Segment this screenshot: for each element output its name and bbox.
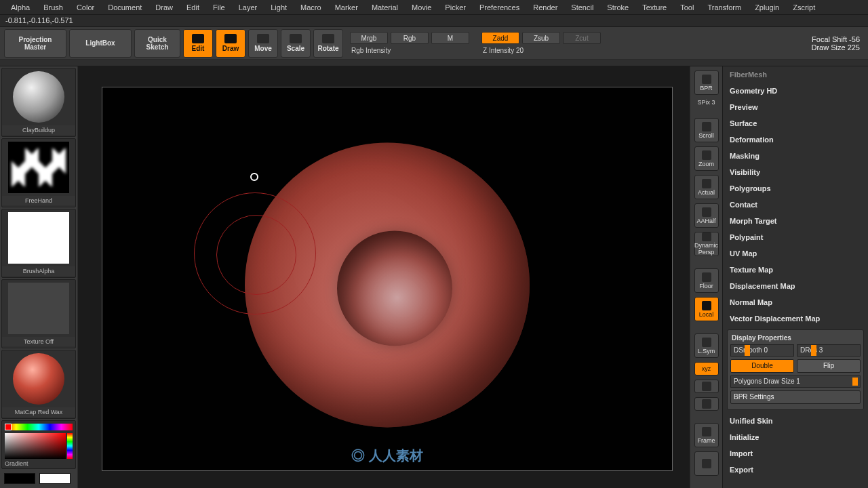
section-import[interactable]: Import: [723, 445, 868, 462]
draw-size-label[interactable]: Draw Size 225: [811, 43, 860, 52]
mode-rgb[interactable]: Rgb: [391, 32, 429, 44]
menu-tool[interactable]: Tool: [673, 3, 701, 12]
material-label: MatCap Red Wax: [2, 407, 75, 417]
menu-edit[interactable]: Edit: [180, 3, 206, 12]
mode-zcut[interactable]: Zcut: [563, 32, 601, 44]
fold-button[interactable]: [694, 397, 719, 411]
material-thumb[interactable]: MatCap Red Wax: [1, 350, 76, 419]
menu-color[interactable]: Color: [70, 3, 101, 12]
section-contact[interactable]: Contact: [723, 197, 868, 213]
section-polygroups[interactable]: Polygroups: [723, 180, 868, 197]
scale-button[interactable]: Scale: [281, 29, 311, 58]
menu-marker[interactable]: Marker: [328, 3, 365, 12]
projection-master-button[interactable]: Projection Master: [4, 29, 66, 58]
double-button[interactable]: Double: [730, 359, 794, 373]
section-surface[interactable]: Surface: [723, 115, 868, 131]
persp-button[interactable]: DynamicPersp: [694, 232, 719, 256]
actual-button[interactable]: Actual: [694, 175, 719, 199]
move-button[interactable]: Move: [248, 29, 278, 58]
frame-button[interactable]: Frame: [694, 423, 719, 447]
menu-layer[interactable]: Layer: [232, 3, 264, 12]
xyz-button[interactable]: xyz: [694, 362, 719, 375]
section-uv-map[interactable]: UV Map: [723, 245, 868, 262]
viewport[interactable]: ◎ 人人素材: [78, 66, 690, 488]
left-palette: ClayBuildup FreeHand BrushAlpha Texture …: [0, 66, 78, 488]
section-unified-skin[interactable]: Unified Skin: [723, 413, 868, 429]
color-picker[interactable]: Gradient: [1, 420, 76, 469]
menu-movie[interactable]: Movie: [405, 3, 438, 12]
menu-brush[interactable]: Brush: [37, 3, 70, 12]
mode-zsub[interactable]: Zsub: [522, 32, 560, 44]
menu-preferences[interactable]: Preferences: [473, 3, 526, 12]
floor-button[interactable]: Floor: [694, 268, 719, 293]
color-swatch[interactable]: [5, 424, 12, 430]
section-initialize[interactable]: Initialize: [723, 429, 868, 445]
draw-button[interactable]: Draw: [216, 29, 245, 58]
zoom-button[interactable]: Zoom: [694, 146, 719, 171]
menu-zscript[interactable]: Zscript: [786, 3, 822, 12]
saturation-value-area[interactable]: [5, 433, 66, 459]
mode-mrgb[interactable]: Mrgb: [350, 32, 388, 44]
hue-strip-icon[interactable]: [5, 424, 73, 430]
section-texture-map[interactable]: Texture Map: [723, 262, 868, 278]
menu-macro[interactable]: Macro: [294, 3, 328, 12]
quick-sketch-button[interactable]: Quick Sketch: [134, 29, 180, 58]
menu-draw[interactable]: Draw: [149, 3, 180, 12]
section-visibility[interactable]: Visibility: [723, 164, 868, 180]
mode-zadd[interactable]: Zadd: [481, 32, 519, 44]
menu-file[interactable]: File: [206, 3, 232, 12]
scroll-button[interactable]: Scroll: [694, 118, 719, 142]
section-export[interactable]: Export: [723, 462, 868, 478]
poly-draw-size-slider[interactable]: Polygons Draw Size 1: [730, 375, 861, 388]
mode-m[interactable]: M: [431, 32, 469, 44]
stroke-thumb[interactable]: FreeHand: [1, 138, 76, 207]
bpr-button[interactable]: BPR: [694, 70, 719, 95]
flip-button[interactable]: Flip: [797, 359, 861, 373]
section-normal-map[interactable]: Normal Map: [723, 294, 868, 310]
texture-label: Texture Off: [2, 337, 75, 346]
rot-button[interactable]: [694, 380, 719, 393]
section-displacement-map[interactable]: Displacement Map: [723, 278, 868, 294]
dsmooth-slider[interactable]: DSmooth 0: [730, 344, 794, 357]
rotate-button[interactable]: Rotate: [313, 29, 343, 58]
gradient-label: Gradient: [5, 460, 28, 467]
menu-zplugin[interactable]: Zplugin: [748, 3, 786, 12]
white-swatch[interactable]: [39, 473, 71, 484]
aahalf-button[interactable]: AAHalf: [694, 203, 719, 228]
section-morph-target[interactable]: Morph Target: [723, 213, 868, 229]
edit-button[interactable]: Edit: [183, 29, 213, 58]
canvas[interactable]: ◎ 人人素材: [102, 87, 673, 471]
lsym-button[interactable]: L.Sym: [694, 333, 719, 358]
bpr-settings-button[interactable]: BPR Settings: [730, 390, 861, 404]
menu-texture[interactable]: Texture: [635, 3, 673, 12]
focal-shift-label[interactable]: Focal Shift -56: [811, 35, 860, 43]
black-swatch[interactable]: [4, 473, 35, 484]
menu-transform[interactable]: Transform: [701, 3, 748, 12]
menu-light[interactable]: Light: [264, 3, 294, 12]
brush-thumb[interactable]: ClayBuildup: [1, 68, 76, 137]
menu-alpha[interactable]: Alpha: [4, 3, 37, 12]
section-preview[interactable]: Preview: [723, 99, 868, 115]
section-deformation[interactable]: Deformation: [723, 131, 868, 148]
menu-render[interactable]: Render: [526, 3, 564, 12]
section-fibermesh[interactable]: FiberMesh: [723, 66, 868, 83]
dres-slider[interactable]: DRes 3: [797, 344, 861, 357]
section-polypaint[interactable]: Polypaint: [723, 229, 868, 245]
menu-material[interactable]: Material: [365, 3, 405, 12]
texture-thumb[interactable]: Texture Off: [1, 279, 76, 348]
section-geometry-hd[interactable]: Geometry HD: [723, 83, 868, 99]
move-view-button[interactable]: [694, 451, 719, 476]
lightbox-button[interactable]: LightBox: [69, 29, 132, 58]
menu-stencil[interactable]: Stencil: [564, 3, 600, 12]
menu-picker[interactable]: Picker: [438, 3, 473, 12]
zoom-icon: [702, 150, 711, 160]
slider-strip[interactable]: [0, 60, 868, 66]
display-properties-title[interactable]: Display Properties: [730, 333, 861, 344]
menu-stroke[interactable]: Stroke: [600, 3, 635, 12]
section-masking[interactable]: Masking: [723, 148, 868, 164]
local-button[interactable]: Local: [694, 297, 719, 321]
menu-document[interactable]: Document: [101, 3, 149, 12]
section-vector-displacement-map[interactable]: Vector Displacement Map: [723, 310, 868, 327]
hue-vertical-strip[interactable]: [67, 433, 73, 459]
alpha-thumb[interactable]: BrushAlpha: [1, 209, 76, 278]
